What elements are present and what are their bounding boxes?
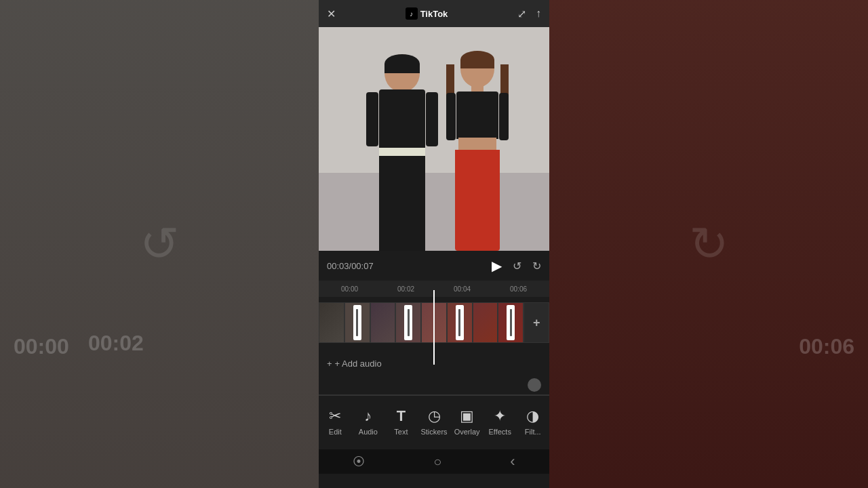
person-left (365, 54, 439, 251)
undo-icon: ↺ (513, 260, 521, 272)
system-nav-bar: ⦿ ○ ‹ (319, 449, 549, 474)
toolbar-overlay[interactable]: ▣ Overlay (450, 407, 484, 436)
person-right (443, 51, 511, 251)
nav-menu-icon: ⦿ (353, 455, 365, 469)
timecode-display: 00:03/00:07 (327, 261, 374, 271)
toolbar-audio[interactable]: ♪ Audio (352, 407, 385, 436)
strip-frame-add[interactable]: + (524, 302, 549, 343)
ruler-mark-1: 00:02 (378, 285, 434, 293)
add-audio-icon: + (327, 359, 332, 369)
stickers-icon: ◷ (428, 407, 441, 425)
bg-timecode-right: 00:06 (799, 334, 854, 359)
bg-right-panel: 00:06 ↻ (549, 0, 868, 488)
tiktok-logo: ♪ TikTok (406, 7, 448, 20)
top-icons: ⤢ ↑ (517, 7, 541, 20)
tiktok-logo-icon: ♪ (406, 7, 418, 20)
nav-back-icon: ‹ (510, 453, 515, 470)
filters-icon: ◑ (526, 407, 539, 425)
expand-button[interactable]: ⤢ (517, 7, 526, 20)
nav-home-icon: ○ (433, 454, 441, 470)
add-audio-label: + Add audio (335, 359, 382, 369)
scroll-indicator (319, 375, 549, 394)
video-bg (319, 27, 549, 251)
strip-frame-4 (395, 302, 421, 343)
playhead (433, 290, 435, 365)
strip-frame-6 (447, 302, 473, 343)
redo-button[interactable]: ↻ (532, 260, 541, 272)
scroll-dot[interactable] (528, 378, 541, 392)
effects-icon: ✦ (494, 407, 506, 425)
bg-timecode-left2: 00:02 (88, 331, 144, 356)
toolbar-effects[interactable]: ✦ Effects (484, 407, 517, 436)
bottom-toolbar: ✂ Edit ♪ Audio T Text ◷ Stickers ▣ Overl… (319, 395, 549, 449)
bg-left-panel: 00:00 00:02 ↺ (0, 0, 319, 488)
audio-label: Audio (359, 428, 378, 436)
strip-frame-2 (344, 302, 370, 343)
share-icon: ↑ (536, 7, 541, 20)
strip-frame-3 (370, 302, 396, 343)
effects-label: Effects (488, 428, 511, 436)
strip-frame-8 (498, 302, 524, 343)
ruler-mark-0: 00:00 (321, 285, 378, 293)
expand-icon: ⤢ (517, 7, 526, 20)
toolbar-filters[interactable]: ◑ Filt... (516, 407, 549, 436)
overlay-label: Overlay (454, 428, 480, 436)
toolbar-stickers[interactable]: ◷ Stickers (418, 407, 451, 436)
main-panel: ✕ ♪ TikTok ⤢ ↑ (319, 0, 549, 488)
stickers-label: Stickers (420, 428, 447, 436)
text-label: Text (394, 428, 408, 436)
add-audio-button[interactable]: + + Add audio (327, 359, 382, 369)
redo-icon: ↻ (532, 260, 541, 272)
tiktok-name: TikTok (420, 9, 448, 19)
toolbar-text[interactable]: T Text (384, 407, 418, 436)
tiktok-symbol: ♪ (410, 10, 413, 18)
play-button[interactable]: ▶ (492, 258, 502, 274)
play-icon: ▶ (492, 258, 502, 273)
playback-bar: 00:03/00:07 ▶ ↺ ↻ (319, 251, 549, 281)
nav-back-button[interactable]: ‹ (510, 453, 515, 470)
audio-icon: ♪ (364, 407, 372, 425)
text-icon: T (397, 407, 406, 425)
overlay-icon: ▣ (460, 407, 474, 425)
timeline-section[interactable]: + (319, 297, 549, 351)
strip-frame-7 (473, 302, 498, 343)
playback-controls: ▶ ↺ ↻ (492, 258, 541, 274)
close-icon: ✕ (327, 7, 336, 20)
strip-frame-1 (319, 302, 344, 343)
ruler-mark-2: 00:04 (434, 285, 490, 293)
bg-undo-icon: ↺ (140, 216, 180, 272)
bg-redo-icon: ↻ (689, 216, 729, 272)
filters-label: Filt... (525, 428, 541, 436)
edit-icon: ✂ (329, 407, 341, 425)
bg-timecode-left: 00:00 (14, 334, 69, 359)
ruler-mark-3: 00:06 (490, 285, 547, 293)
nav-home-button[interactable]: ○ (433, 454, 441, 470)
nav-menu-button[interactable]: ⦿ (353, 455, 365, 469)
undo-button[interactable]: ↺ (513, 260, 521, 272)
share-button[interactable]: ↑ (536, 7, 541, 20)
toolbar-edit[interactable]: ✂ Edit (319, 407, 352, 436)
close-button[interactable]: ✕ (327, 7, 336, 20)
top-bar: ✕ ♪ TikTok ⤢ ↑ (319, 0, 549, 27)
edit-label: Edit (329, 428, 342, 436)
video-preview (319, 27, 549, 251)
